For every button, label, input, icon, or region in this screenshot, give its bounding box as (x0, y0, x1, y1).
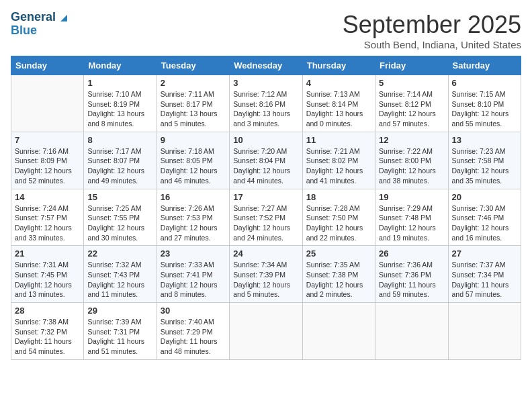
cell-content: Sunrise: 7:34 AMSunset: 7:39 PMDaylight:… (233, 260, 298, 300)
cell-content: Sunrise: 7:29 AMSunset: 7:48 PMDaylight:… (379, 203, 444, 243)
day-number: 26 (379, 248, 444, 259)
calendar-cell: 5Sunrise: 7:14 AMSunset: 8:12 PMDaylight… (375, 75, 448, 132)
day-number: 16 (161, 192, 226, 202)
cell-content: Sunrise: 7:18 AMSunset: 8:05 PMDaylight:… (161, 146, 226, 186)
calendar-cell: 21Sunrise: 7:31 AMSunset: 7:45 PMDayligh… (11, 246, 84, 303)
day-number: 7 (15, 135, 80, 145)
day-number: 20 (452, 192, 517, 202)
cell-content: Sunrise: 7:35 AMSunset: 7:38 PMDaylight:… (306, 260, 371, 300)
calendar-cell: 30Sunrise: 7:40 AMSunset: 7:29 PMDayligh… (157, 303, 229, 360)
cell-content: Sunrise: 7:15 AMSunset: 8:10 PMDaylight:… (452, 89, 517, 129)
day-number: 19 (379, 192, 444, 202)
day-number: 28 (15, 306, 80, 316)
calendar-cell: 17Sunrise: 7:27 AMSunset: 7:52 PMDayligh… (230, 189, 302, 246)
calendar-cell: 14Sunrise: 7:24 AMSunset: 7:57 PMDayligh… (11, 189, 84, 246)
cell-content: Sunrise: 7:38 AMSunset: 7:32 PMDaylight:… (15, 317, 80, 357)
calendar-cell: 7Sunrise: 7:16 AMSunset: 8:09 PMDaylight… (11, 132, 84, 189)
calendar-cell: 22Sunrise: 7:32 AMSunset: 7:43 PMDayligh… (84, 246, 157, 303)
day-number: 15 (87, 192, 152, 202)
calendar-cell: 4Sunrise: 7:13 AMSunset: 8:14 PMDaylight… (302, 75, 375, 132)
calendar-cell: 11Sunrise: 7:21 AMSunset: 8:02 PMDayligh… (302, 132, 375, 189)
svg-marker-0 (60, 15, 67, 21)
calendar-table: SundayMondayTuesdayWednesdayThursdayFrid… (11, 56, 521, 360)
calendar-cell: 16Sunrise: 7:26 AMSunset: 7:53 PMDayligh… (157, 189, 229, 246)
cell-content: Sunrise: 7:21 AMSunset: 8:02 PMDaylight:… (306, 146, 371, 186)
calendar-cell (375, 303, 448, 360)
calendar-cell (230, 303, 302, 360)
cell-content: Sunrise: 7:12 AMSunset: 8:16 PMDaylight:… (233, 89, 298, 129)
header-row: SundayMondayTuesdayWednesdayThursdayFrid… (11, 56, 521, 75)
month-title: September 2025 (343, 11, 521, 39)
day-number: 2 (161, 78, 226, 88)
cell-content: Sunrise: 7:26 AMSunset: 7:53 PMDaylight:… (161, 203, 226, 243)
calendar-cell: 1Sunrise: 7:10 AMSunset: 8:19 PMDaylight… (84, 75, 157, 132)
day-header-wednesday: Wednesday (230, 56, 302, 75)
logo-general: General (11, 11, 56, 24)
cell-content: Sunrise: 7:14 AMSunset: 8:12 PMDaylight:… (379, 89, 444, 129)
day-header-tuesday: Tuesday (157, 56, 229, 75)
day-number: 5 (379, 78, 444, 88)
day-number: 9 (161, 135, 226, 145)
cell-content: Sunrise: 7:23 AMSunset: 7:58 PMDaylight:… (452, 146, 517, 186)
day-number: 17 (233, 192, 298, 202)
day-header-monday: Monday (84, 56, 157, 75)
cell-content: Sunrise: 7:11 AMSunset: 8:17 PMDaylight:… (161, 89, 226, 129)
day-header-saturday: Saturday (448, 56, 521, 75)
day-number: 22 (87, 248, 152, 259)
logo-blue: Blue (11, 24, 69, 38)
day-number: 3 (233, 78, 298, 88)
week-row-2: 7Sunrise: 7:16 AMSunset: 8:09 PMDaylight… (11, 132, 521, 189)
day-number: 14 (15, 192, 80, 202)
calendar-cell: 8Sunrise: 7:17 AMSunset: 8:07 PMDaylight… (84, 132, 157, 189)
location: South Bend, Indiana, United States (343, 39, 521, 50)
calendar-cell: 26Sunrise: 7:36 AMSunset: 7:36 PMDayligh… (375, 246, 448, 303)
cell-content: Sunrise: 7:37 AMSunset: 7:34 PMDaylight:… (452, 260, 517, 300)
calendar-cell: 10Sunrise: 7:20 AMSunset: 8:04 PMDayligh… (230, 132, 302, 189)
day-number: 18 (306, 192, 371, 202)
day-number: 30 (161, 306, 226, 316)
logo-icon (58, 12, 69, 23)
calendar-cell: 19Sunrise: 7:29 AMSunset: 7:48 PMDayligh… (375, 189, 448, 246)
calendar-cell: 6Sunrise: 7:15 AMSunset: 8:10 PMDaylight… (448, 75, 521, 132)
week-row-4: 21Sunrise: 7:31 AMSunset: 7:45 PMDayligh… (11, 246, 521, 303)
calendar-cell: 27Sunrise: 7:37 AMSunset: 7:34 PMDayligh… (448, 246, 521, 303)
calendar-cell: 18Sunrise: 7:28 AMSunset: 7:50 PMDayligh… (302, 189, 375, 246)
cell-content: Sunrise: 7:36 AMSunset: 7:36 PMDaylight:… (379, 260, 444, 300)
day-number: 23 (161, 248, 226, 259)
calendar-cell: 2Sunrise: 7:11 AMSunset: 8:17 PMDaylight… (157, 75, 229, 132)
cell-content: Sunrise: 7:24 AMSunset: 7:57 PMDaylight:… (15, 203, 80, 243)
calendar-cell: 20Sunrise: 7:30 AMSunset: 7:46 PMDayligh… (448, 189, 521, 246)
logo: General Blue (11, 11, 69, 38)
calendar-cell: 25Sunrise: 7:35 AMSunset: 7:38 PMDayligh… (302, 246, 375, 303)
cell-content: Sunrise: 7:25 AMSunset: 7:55 PMDaylight:… (87, 203, 152, 243)
cell-content: Sunrise: 7:27 AMSunset: 7:52 PMDaylight:… (233, 203, 298, 243)
cell-content: Sunrise: 7:17 AMSunset: 8:07 PMDaylight:… (87, 146, 152, 186)
day-number: 13 (452, 135, 517, 145)
day-number: 12 (379, 135, 444, 145)
day-number: 10 (233, 135, 298, 145)
day-number: 11 (306, 135, 371, 145)
cell-content: Sunrise: 7:33 AMSunset: 7:41 PMDaylight:… (161, 260, 226, 300)
calendar-cell: 12Sunrise: 7:22 AMSunset: 8:00 PMDayligh… (375, 132, 448, 189)
day-number: 21 (15, 248, 80, 259)
day-number: 8 (87, 135, 152, 145)
calendar-cell (448, 303, 521, 360)
calendar-cell: 15Sunrise: 7:25 AMSunset: 7:55 PMDayligh… (84, 189, 157, 246)
cell-content: Sunrise: 7:13 AMSunset: 8:14 PMDaylight:… (306, 89, 371, 129)
cell-content: Sunrise: 7:39 AMSunset: 7:31 PMDaylight:… (87, 317, 152, 357)
day-number: 1 (87, 78, 152, 88)
day-number: 24 (233, 248, 298, 259)
cell-content: Sunrise: 7:28 AMSunset: 7:50 PMDaylight:… (306, 203, 371, 243)
calendar-cell: 28Sunrise: 7:38 AMSunset: 7:32 PMDayligh… (11, 303, 84, 360)
calendar-cell: 24Sunrise: 7:34 AMSunset: 7:39 PMDayligh… (230, 246, 302, 303)
day-header-sunday: Sunday (11, 56, 84, 75)
day-number: 6 (452, 78, 517, 88)
day-header-thursday: Thursday (302, 56, 375, 75)
day-number: 29 (87, 306, 152, 316)
title-block: September 2025 South Bend, Indiana, Unit… (343, 11, 521, 50)
page-header: General Blue September 2025 South Bend, … (11, 11, 521, 50)
calendar-cell (11, 75, 84, 132)
cell-content: Sunrise: 7:31 AMSunset: 7:45 PMDaylight:… (15, 260, 80, 300)
cell-content: Sunrise: 7:16 AMSunset: 8:09 PMDaylight:… (15, 146, 80, 186)
day-number: 25 (306, 248, 371, 259)
